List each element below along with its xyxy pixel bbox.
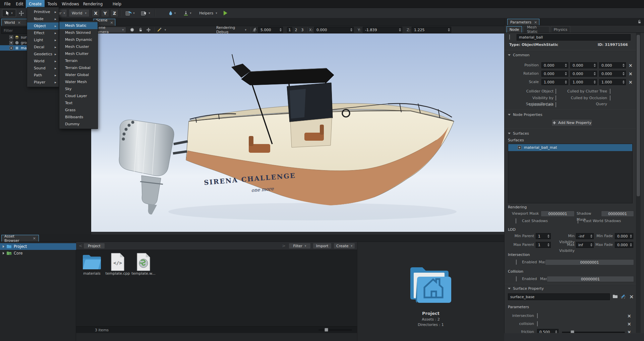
scale-x-field[interactable]: 1.000 bbox=[541, 79, 568, 85]
reset-scale-button[interactable]: × bbox=[629, 80, 633, 84]
spinner-icon[interactable] bbox=[623, 72, 625, 75]
node-enabled-checkbox[interactable] bbox=[9, 46, 13, 50]
max-visibility-field[interactable]: inf bbox=[576, 242, 594, 248]
rotation-z-field[interactable]: 0.000 bbox=[599, 71, 626, 77]
submenu-cloud-layer[interactable]: Cloud Layer bbox=[59, 92, 98, 99]
reset-param-button[interactable]: × bbox=[627, 322, 631, 326]
submenu-grass[interactable]: Grass bbox=[59, 107, 98, 114]
thumbnail-size-slider[interactable] bbox=[318, 329, 352, 331]
spinner-icon[interactable] bbox=[594, 64, 596, 67]
node-enabled-checkbox[interactable] bbox=[509, 35, 510, 40]
position-y-field[interactable]: 0.000 bbox=[570, 62, 597, 68]
submenu-billboards[interactable]: Billboards bbox=[59, 114, 98, 121]
spinner-icon[interactable] bbox=[623, 64, 625, 67]
add-new-property-button[interactable]: Add New Property bbox=[551, 119, 592, 126]
back-icon[interactable]: < bbox=[79, 243, 82, 248]
collision-enabled-checkbox[interactable] bbox=[516, 276, 517, 281]
axis-y-button[interactable]: Y bbox=[101, 9, 109, 17]
menu-help[interactable]: Help bbox=[109, 0, 125, 8]
helpers-dropdown[interactable]: Helpers ▾ bbox=[198, 9, 219, 17]
spinner-icon[interactable] bbox=[590, 243, 592, 247]
spinner-icon[interactable] bbox=[555, 330, 557, 333]
close-icon[interactable]: × bbox=[534, 20, 537, 24]
culled-occlusion-checkbox[interactable] bbox=[610, 95, 610, 100]
node-name-input[interactable] bbox=[517, 34, 631, 41]
paint-drop-dropdown[interactable]: ▾ bbox=[165, 9, 179, 17]
min-visibility-field[interactable]: -inf bbox=[576, 233, 594, 239]
tab-physics[interactable]: Physics bbox=[551, 26, 570, 32]
submenu-water-mesh[interactable]: Water Mesh bbox=[59, 78, 98, 85]
updated-last-checkbox[interactable] bbox=[555, 102, 556, 107]
tab-world[interactable]: World × bbox=[1, 19, 30, 26]
reset-param-button[interactable]: × bbox=[627, 330, 631, 333]
basis-dropdown[interactable]: World ▾ bbox=[69, 9, 90, 17]
spinner-icon[interactable] bbox=[594, 80, 596, 84]
create-menu-player[interactable]: Player▸ bbox=[27, 79, 59, 86]
cam-y-field[interactable]: -1.839 bbox=[363, 27, 402, 33]
close-icon[interactable]: × bbox=[33, 236, 36, 240]
min-parent-field[interactable]: 1 bbox=[536, 233, 551, 239]
position-z-field[interactable]: 0.000 bbox=[599, 62, 626, 68]
submenu-mesh-clutter[interactable]: Mesh Clutter bbox=[59, 50, 98, 57]
friction-slider[interactable] bbox=[562, 332, 625, 333]
tab-node[interactable]: Node bbox=[507, 26, 522, 32]
viewport-mask-button[interactable]: 00000001 bbox=[541, 211, 575, 217]
asset-item-template-world[interactable]: template.w... bbox=[131, 253, 156, 276]
rotation-y-field[interactable]: 0.000 bbox=[570, 71, 597, 77]
import-button[interactable]: Import bbox=[313, 243, 332, 249]
scale-y-field[interactable]: 1.000 bbox=[570, 79, 597, 85]
spinner-icon[interactable] bbox=[350, 28, 352, 31]
max-fade-field[interactable]: 0.000 bbox=[615, 242, 633, 248]
intersection-enabled-checkbox[interactable] bbox=[516, 260, 517, 265]
spinner-icon[interactable] bbox=[590, 234, 592, 238]
spinner-icon[interactable] bbox=[547, 243, 549, 247]
move-tool-button[interactable] bbox=[17, 9, 25, 17]
speed-preset-3[interactable]: 3 bbox=[300, 27, 305, 32]
param-collision-checkbox[interactable] bbox=[537, 321, 538, 326]
submenu-terrain-global[interactable]: Terrain Global bbox=[59, 64, 98, 71]
rotation-x-field[interactable]: 0.000 bbox=[541, 71, 568, 77]
parameters-scrollbar[interactable] bbox=[636, 33, 641, 333]
menu-edit[interactable]: Edit bbox=[13, 0, 26, 8]
asset-item-materials[interactable]: materials bbox=[79, 253, 104, 276]
asset-grid[interactable]: materials </> template.cpp template.w... bbox=[76, 250, 357, 326]
min-fade-field[interactable]: 0.000 bbox=[615, 233, 633, 239]
close-icon[interactable]: × bbox=[110, 21, 113, 24]
expander-icon[interactable] bbox=[3, 245, 4, 248]
folder-browse-icon[interactable] bbox=[612, 294, 618, 299]
breadcrumb-project[interactable]: Project bbox=[83, 243, 105, 249]
tab-mesh-static[interactable]: Mesh Static bbox=[523, 26, 549, 32]
create-menu-effect[interactable]: Effect▸ bbox=[27, 29, 59, 37]
cam-x-field[interactable]: 0.000 bbox=[314, 27, 354, 33]
menu-rendering[interactable]: Rendering bbox=[81, 0, 105, 8]
forward-icon[interactable]: > bbox=[282, 243, 286, 248]
submenu-dummy[interactable]: Dummy bbox=[59, 121, 98, 128]
speed-preset-2[interactable]: 2 bbox=[293, 27, 299, 32]
snap-grid-dropdown[interactable]: ▾ bbox=[123, 9, 137, 17]
close-icon[interactable]: × bbox=[18, 21, 21, 24]
create-menu-light[interactable]: Light▸ bbox=[27, 37, 59, 44]
section-surface-property[interactable]: Surface Property bbox=[508, 286, 544, 291]
visibility-sectors-checkbox[interactable] bbox=[555, 95, 556, 100]
spinner-icon[interactable] bbox=[448, 28, 450, 31]
create-menu-object[interactable]: Object▸ bbox=[27, 22, 59, 29]
submenu-water-global[interactable]: Water Global bbox=[59, 71, 98, 78]
expander-icon[interactable] bbox=[3, 252, 4, 255]
max-parent-field[interactable]: 1 bbox=[536, 242, 551, 248]
clear-property-button[interactable]: × bbox=[629, 294, 634, 299]
brush-tool-button[interactable] bbox=[156, 27, 163, 33]
cam-speed-field[interactable]: 5.000 bbox=[258, 27, 283, 33]
submenu-text[interactable]: Text bbox=[59, 99, 98, 107]
rendering-debug-dropdown[interactable]: Rendering Debug ▾ bbox=[214, 27, 249, 33]
intersection-mask-button[interactable]: 00000001 bbox=[545, 259, 634, 265]
create-menu-path[interactable]: Path▸ bbox=[27, 72, 59, 79]
edit-property-icon[interactable] bbox=[621, 294, 626, 299]
asset-tree-core[interactable]: Core bbox=[0, 250, 76, 257]
thumbnail-size-handle[interactable] bbox=[325, 328, 328, 332]
surfaces-list[interactable]: material_ball_mat bbox=[508, 144, 633, 203]
asset-tree-project[interactable]: Project bbox=[0, 243, 76, 250]
collision-mask-button[interactable]: 00000001 bbox=[547, 276, 634, 282]
create-menu-primitive[interactable]: Primitive▸ bbox=[27, 8, 59, 15]
select-tool-button[interactable]: ▾ bbox=[2, 9, 16, 17]
spinner-icon[interactable] bbox=[565, 72, 567, 75]
